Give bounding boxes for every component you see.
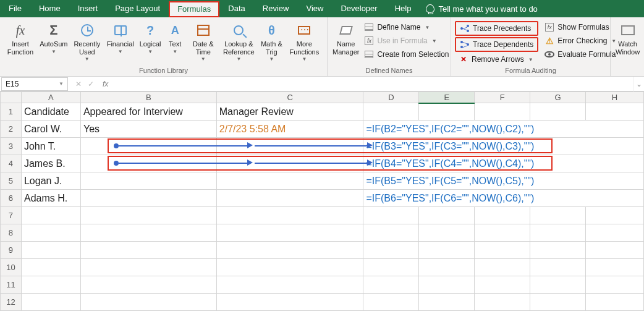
- cell[interactable]: Candidate: [21, 103, 80, 121]
- tab-formulas[interactable]: Formulas: [169, 1, 219, 17]
- cell[interactable]: [216, 190, 363, 207]
- cell[interactable]: [475, 259, 530, 276]
- cell[interactable]: [475, 103, 530, 121]
- row-header[interactable]: 7: [1, 207, 22, 224]
- cancel-formula-button[interactable]: ✕: [73, 80, 84, 88]
- row-header[interactable]: 2: [1, 121, 22, 138]
- row-header[interactable]: 1: [1, 103, 22, 121]
- cell[interactable]: [80, 276, 216, 294]
- logical-button[interactable]: ? Logical ▼: [137, 20, 164, 56]
- cell[interactable]: [216, 172, 363, 190]
- cell[interactable]: =IF(B4="YES",IF(C4="",NOW(),C4),""): [363, 155, 644, 172]
- show-formulas-button[interactable]: fx Show Formulas: [541, 21, 620, 33]
- cell[interactable]: =IF(B6="YES",IF(C6="",NOW(),C6),""): [363, 190, 644, 207]
- row-header[interactable]: 8: [1, 224, 22, 242]
- cell[interactable]: [475, 224, 530, 242]
- more-functions-button[interactable]: More Functions ▼: [286, 20, 323, 64]
- insert-function-button[interactable]: fx Insert Function: [4, 20, 37, 57]
- cell[interactable]: [530, 207, 586, 224]
- cell[interactable]: [80, 259, 216, 276]
- name-manager-button[interactable]: Name Manager: [331, 20, 360, 57]
- row-header[interactable]: 3: [1, 138, 22, 155]
- text-button[interactable]: A Text ▼: [164, 20, 187, 56]
- cell[interactable]: [363, 224, 419, 242]
- cell[interactable]: Logan J.: [21, 172, 80, 190]
- accept-formula-button[interactable]: ✓: [85, 80, 96, 88]
- cell[interactable]: [80, 138, 216, 155]
- error-checking-button[interactable]: ⚠ Error Checking ▼: [541, 35, 620, 47]
- cell[interactable]: John T.: [21, 138, 80, 155]
- trace-precedents-button[interactable]: Trace Precedents: [455, 21, 538, 36]
- cell[interactable]: [21, 242, 80, 259]
- cell[interactable]: [419, 276, 475, 294]
- cell[interactable]: [216, 294, 363, 311]
- cell[interactable]: [586, 207, 644, 224]
- watch-window-button[interactable]: Watch Window: [614, 20, 641, 57]
- fx-icon[interactable]: fx: [100, 80, 111, 88]
- cell[interactable]: [21, 224, 80, 242]
- row-header[interactable]: 10: [1, 259, 22, 276]
- cell[interactable]: [530, 276, 586, 294]
- evaluate-formula-button[interactable]: Evaluate Formula: [541, 48, 620, 61]
- cell[interactable]: [216, 242, 363, 259]
- cell[interactable]: [419, 242, 475, 259]
- cell[interactable]: [530, 224, 586, 242]
- tab-help[interactable]: Help: [386, 0, 420, 17]
- cell[interactable]: 2/7/23 5:58 AM: [216, 121, 363, 138]
- cell[interactable]: [363, 242, 419, 259]
- cell[interactable]: James B.: [21, 155, 80, 172]
- cell[interactable]: [586, 276, 644, 294]
- cell[interactable]: Yes: [80, 121, 216, 138]
- cell[interactable]: [363, 207, 419, 224]
- tab-insert[interactable]: Insert: [69, 0, 107, 17]
- row-header[interactable]: 4: [1, 155, 22, 172]
- cell[interactable]: [586, 259, 644, 276]
- cell[interactable]: [530, 294, 586, 311]
- date-time-button[interactable]: Date & Time ▼: [187, 20, 220, 64]
- cell[interactable]: [21, 276, 80, 294]
- financial-button[interactable]: Financial ▼: [104, 20, 137, 56]
- cell[interactable]: =IF(B2="YES",IF(C2="",NOW(),C2),""): [363, 121, 644, 138]
- cell[interactable]: [475, 276, 530, 294]
- cell[interactable]: [216, 276, 363, 294]
- cell[interactable]: =IF(B3="YES",IF(C3="",NOW(),C3),""): [363, 138, 644, 155]
- tab-view[interactable]: View: [297, 0, 332, 17]
- cell[interactable]: [21, 207, 80, 224]
- cell[interactable]: Appeared for Interview: [80, 103, 216, 121]
- cell[interactable]: [586, 294, 644, 311]
- cell[interactable]: [21, 294, 80, 311]
- cell[interactable]: [419, 207, 475, 224]
- math-trig-button[interactable]: θ Math & Trig ▼: [258, 20, 286, 64]
- recently-used-button[interactable]: Recently Used ▼: [70, 20, 104, 64]
- create-from-selection-button[interactable]: Create from Selection: [360, 48, 452, 61]
- row-header[interactable]: 12: [1, 294, 22, 311]
- cell[interactable]: [530, 242, 586, 259]
- tell-me[interactable]: Tell me what you want to do: [420, 4, 537, 14]
- cell[interactable]: [586, 242, 644, 259]
- trace-dependents-button[interactable]: Trace Dependents: [455, 37, 538, 52]
- tab-review[interactable]: Review: [254, 0, 298, 17]
- cell[interactable]: [363, 259, 419, 276]
- cell[interactable]: [80, 172, 216, 190]
- cell[interactable]: [419, 224, 475, 242]
- col-header-G[interactable]: G: [530, 92, 586, 103]
- cell[interactable]: Adams H.: [21, 190, 80, 207]
- grid[interactable]: A B C D E F G H 1CandidateAppeared for I…: [0, 91, 644, 311]
- cell[interactable]: [586, 224, 644, 242]
- define-name-button[interactable]: Define Name ▼: [360, 21, 452, 33]
- col-header-D[interactable]: D: [363, 92, 419, 103]
- tab-page-layout[interactable]: Page Layout: [106, 0, 169, 17]
- tab-developer[interactable]: Developer: [332, 0, 386, 17]
- col-header-A[interactable]: A: [21, 92, 80, 103]
- cell[interactable]: [216, 224, 363, 242]
- autosum-button[interactable]: Σ AutoSum ▼: [37, 20, 70, 56]
- col-header-C[interactable]: C: [216, 92, 363, 103]
- cell[interactable]: [80, 242, 216, 259]
- row-header[interactable]: 5: [1, 172, 22, 190]
- cell[interactable]: [586, 103, 644, 121]
- cell[interactable]: [216, 155, 363, 172]
- cell[interactable]: [530, 259, 586, 276]
- name-box[interactable]: E15 ▼: [1, 77, 68, 91]
- expand-formula-bar-button[interactable]: ⌄: [633, 77, 644, 91]
- cell[interactable]: [80, 294, 216, 311]
